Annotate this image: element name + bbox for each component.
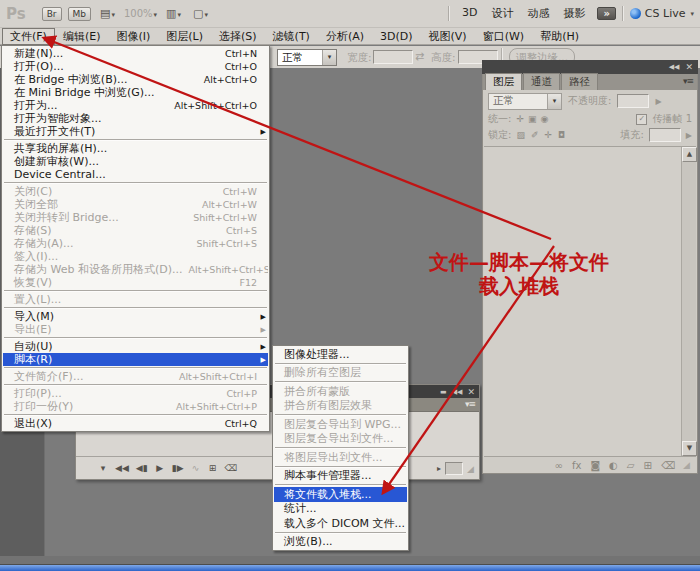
new-layer-icon[interactable]: ⊞ [644,460,652,471]
file-menu-item[interactable]: 关闭全部 Alt+Ctrl+W [3,198,268,211]
launch-bridge-button[interactable]: Br [42,7,62,21]
mode-select[interactable]: 正常 ▾ [277,49,337,66]
fill-slider-icon[interactable]: ▶ [686,131,692,140]
resize-grip-icon[interactable]: ◢ [467,464,474,474]
timeline-toggle-button[interactable] [445,462,463,475]
file-menu-item[interactable]: 最近打开文件(T) ▶ [3,125,268,138]
submenu-item[interactable]: 脚本事件管理器... [274,469,407,484]
menubar-item[interactable]: 滤镜(T) [265,28,318,45]
file-menu-item[interactable]: 置入(L)... [3,293,268,306]
next-frame-icon[interactable]: ▮▶ [172,463,184,473]
menubar-item[interactable]: 窗口(W) [475,28,532,45]
file-menu-item[interactable]: 存储(S) Ctrl+S [3,224,268,237]
file-menu-item[interactable]: Device Central... [3,168,268,181]
submenu-item[interactable]: 拼合所有蒙版 [274,384,407,399]
file-menu-item[interactable]: 关闭并转到 Bridge... Shift+Ctrl+W [3,211,268,224]
new-group-icon[interactable]: ▱ [627,460,635,471]
file-menu-item[interactable]: 共享我的屏幕(H)... [3,142,268,155]
layer-blend-mode-select[interactable]: 正常 ▾ [488,93,562,110]
file-menu-item[interactable]: 签入(I)... [3,250,268,263]
file-menu-item[interactable]: 文件简介(F)... Alt+Shift+Ctrl+I [3,370,268,383]
file-menu-item[interactable]: 存储为 Web 和设备所用格式(D)... Alt+Shift+Ctrl+S [3,263,268,276]
add-layer-mask-icon[interactable]: ◙ [590,460,600,471]
link-layers-icon[interactable]: ∞ [555,460,563,471]
layer-effects-icon[interactable]: fx [572,460,581,471]
first-frame-icon[interactable]: ◀◀ [115,463,129,473]
tween-icon[interactable]: ∿ [191,463,201,473]
file-menu-item[interactable]: 在 Mini Bridge 中浏览(G)... [3,86,268,99]
collapse-dock-icon[interactable]: ◀◀ [669,63,680,71]
screen-mode-icon[interactable]: ▢▾ [190,6,211,21]
scroll-down-icon[interactable]: ▼ [682,441,697,456]
unify-visibility-icon[interactable]: ◉ [540,114,548,124]
opacity-slider-icon[interactable]: ▶ [655,97,661,106]
panel-menu-icon[interactable]: ▾≡ [465,399,475,409]
duplicate-frame-icon[interactable]: ⊞ [208,463,218,473]
file-menu-item[interactable]: 导出(E) ▶ [3,323,268,336]
view-extras-icon[interactable]: ▤▾ [97,6,118,21]
play-icon[interactable]: ▶ [155,463,165,473]
scroll-up-icon[interactable]: ▲ [682,147,697,162]
file-menu-item[interactable]: 导入(M) ▶ [3,310,268,323]
file-menu-item[interactable]: 恢复(V) F12 [3,276,268,289]
menubar-item[interactable]: 分析(A) [318,28,372,45]
file-menu-item[interactable]: 关闭(C) Ctrl+W [3,185,268,198]
close-icon[interactable]: ✕ [467,387,475,397]
file-menu-item[interactable]: 自动(U) ▶ [3,340,268,353]
menubar-item[interactable]: 帮助(H) [532,28,587,45]
workspace-link[interactable]: 动感 [521,6,555,21]
file-menu-item[interactable]: 存储为(A)... Shift+Ctrl+S [3,237,268,250]
propagate-frame-checkbox[interactable]: ✓ [636,114,647,125]
frame-options-icon[interactable]: ▾ [98,463,108,473]
menubar-item[interactable]: 3D(D) [372,29,421,44]
workspace-link[interactable]: 3D [456,6,483,21]
file-menu-item[interactable]: 在 Bridge 中浏览(B)... Alt+Ctrl+O [3,73,268,86]
submenu-item[interactable]: 图像处理器... [274,347,407,362]
collapse-panel-icon[interactable]: ◀◀ [452,388,463,396]
previous-frame-icon[interactable]: ◀▮ [136,463,148,473]
file-menu-item[interactable]: 打开为... Alt+Shift+Ctrl+O [3,99,268,112]
menubar-item[interactable]: 图层(L) [158,28,211,45]
lock-all-icon[interactable]: ◘ [558,130,565,140]
panel-tab[interactable]: 图层 [485,73,522,90]
zoom-level[interactable]: 100%▾ [124,8,157,19]
unify-scale-icon[interactable]: ▣ [528,114,537,124]
submenu-item[interactable]: 浏览(B)... [274,535,407,550]
lock-image-pixels-icon[interactable]: ✐ [531,130,539,140]
delete-frame-icon[interactable]: ⌫ [225,463,238,473]
file-menu-item[interactable]: 退出(X) Ctrl+Q [3,417,268,430]
workspace-link[interactable]: 摄影 [557,6,591,21]
menubar-item[interactable]: 视图(V) [421,28,475,45]
panel-menu-icon[interactable]: ▾≡ [683,76,693,86]
submenu-item[interactable]: 载入多个 DICOM 文件... [274,516,407,531]
scrollbar[interactable]: ▲ ▼ [681,147,696,456]
file-menu-item[interactable]: 脚本(R) ▶ [3,353,268,366]
workspace-link[interactable]: 设计 [485,6,519,21]
menubar-item[interactable]: 图像(I) [108,28,158,45]
resize-grip-icon[interactable]: ◢ [683,460,690,470]
file-menu-item[interactable]: 创建新审核(W)... [3,155,268,168]
swap-dimensions-icon[interactable]: ⇄ [415,50,424,63]
adjustment-layer-icon[interactable]: ◐ [609,460,618,471]
launch-mini-bridge-button[interactable]: Mb [68,7,91,21]
menubar-item[interactable]: 编辑(E) [55,28,109,45]
file-menu-item[interactable]: 打开为智能对象... [3,112,268,125]
chevron-down-icon[interactable]: ▾ [322,50,336,65]
submenu-item[interactable]: 拼合所有图层效果 [274,399,407,414]
submenu-item[interactable]: 将文件载入堆栈... [274,487,407,502]
file-menu-item[interactable]: 新建(N)... Ctrl+N [3,47,268,60]
cs-live-button[interactable]: CS Live ▾ [630,7,694,20]
convert-to-timeline-icon[interactable]: ▸ [437,464,441,473]
submenu-item[interactable]: 统计... [274,502,407,517]
menubar-item[interactable]: 选择(S) [211,28,265,45]
arrange-documents-icon[interactable]: ▥▾ [163,6,184,21]
fill-value-box[interactable] [649,128,681,142]
opacity-value-box[interactable] [617,94,649,108]
file-menu-item[interactable]: 打印一份(Y) Alt+Shift+Ctrl+P [3,400,268,413]
delete-layer-icon[interactable]: ⌫ [661,460,675,471]
lock-transparent-pixels-icon[interactable]: ▨ [516,130,525,140]
close-icon[interactable]: ✕ [685,62,693,72]
submenu-item[interactable]: 图层复合导出到文件... [274,432,407,447]
panel-tab[interactable]: 通道 [523,73,560,90]
unify-position-icon[interactable]: ✛ [516,114,524,124]
